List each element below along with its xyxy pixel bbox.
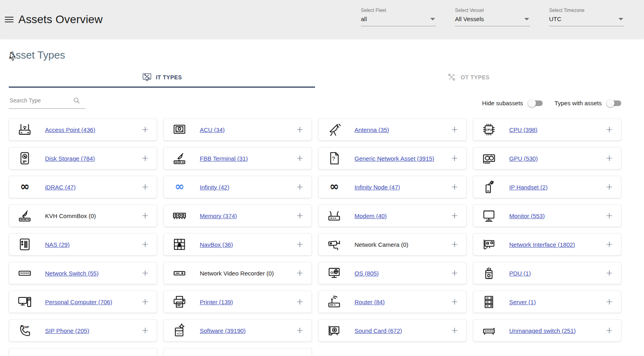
server-icon: [481, 294, 497, 309]
main-content: Asset Types IT TYPESOT TYPES Hide subass…: [0, 49, 644, 356]
add-asset-button[interactable]: [450, 211, 459, 220]
add-asset-button[interactable]: [605, 269, 614, 277]
add-asset-button[interactable]: [141, 154, 150, 163]
asset-type-link[interactable]: FBB Terminal (31): [200, 155, 248, 162]
add-asset-button[interactable]: [605, 183, 614, 191]
add-asset-button[interactable]: [450, 297, 459, 306]
toggle-knob: [528, 99, 536, 107]
add-asset-button[interactable]: [141, 240, 150, 249]
add-asset-button[interactable]: [605, 240, 614, 249]
add-asset-button[interactable]: [605, 154, 614, 163]
add-asset-button[interactable]: [295, 297, 304, 306]
asset-type-card-router: Router (84): [318, 291, 467, 313]
asset-type-link[interactable]: Personal Computer (706): [45, 299, 112, 305]
asset-type-link[interactable]: Router (84): [354, 299, 385, 305]
select-select-vessel[interactable]: Select VesselAll Vessels: [455, 7, 530, 26]
tab-it-types[interactable]: IT TYPES: [9, 68, 315, 88]
asset-type-link[interactable]: Software (39190): [200, 327, 246, 334]
toggle-group-container: Hide subassetsTypes with assets: [482, 100, 621, 109]
asset-type-card-monitor: Monitor (553): [473, 205, 621, 227]
add-asset-button[interactable]: [295, 240, 304, 249]
asset-type-card-modem: Modem (40): [318, 205, 467, 227]
add-asset-button[interactable]: [450, 154, 459, 163]
nas-icon: [16, 237, 33, 252]
asset-type-link[interactable]: GPU (530): [509, 155, 538, 162]
asset-type-link[interactable]: CPU (398): [509, 126, 538, 133]
add-asset-button[interactable]: [450, 125, 459, 134]
asset-type-card-fbb-terminal: FBB Terminal (31): [163, 147, 312, 169]
asset-type-link[interactable]: Unmanaged switch (251): [509, 327, 576, 334]
asset-type-link[interactable]: Printer (139): [200, 299, 233, 305]
add-asset-button[interactable]: [450, 326, 459, 335]
toggle-switch[interactable]: [529, 100, 543, 106]
plus-icon: [141, 297, 150, 306]
asset-type-link[interactable]: Monitor (553): [509, 212, 545, 219]
tab-ot-types[interactable]: OT TYPES: [315, 68, 621, 88]
hamburger-menu-icon[interactable]: [3, 15, 15, 24]
asset-type-card-printer: Printer (139): [163, 291, 312, 313]
add-asset-button[interactable]: [295, 183, 304, 191]
ip-handset-icon: [481, 179, 497, 195]
asset-type-link[interactable]: Infinity (42): [200, 184, 229, 191]
section-heading: Asset Types: [9, 49, 621, 61]
personal-computer-icon: [16, 294, 33, 309]
asset-type-link[interactable]: Network Switch (55): [45, 270, 98, 277]
toggle-label: Types with assets: [555, 100, 602, 106]
asset-type-link[interactable]: Generic Network Asset (3915): [354, 155, 434, 162]
select-select-fleet[interactable]: Select Fleetall: [361, 7, 436, 26]
search-field: [9, 94, 85, 109]
asset-type-link[interactable]: Server (1): [509, 299, 536, 305]
add-asset-button[interactable]: [605, 211, 614, 220]
asset-type-link[interactable]: iDRAC (47): [45, 184, 76, 191]
add-asset-button[interactable]: [450, 183, 459, 191]
add-asset-button[interactable]: [605, 326, 614, 335]
toggle-switch[interactable]: [608, 100, 621, 106]
add-asset-button[interactable]: [450, 240, 459, 249]
asset-type-link[interactable]: NAS (29): [45, 241, 70, 248]
select-value: all: [361, 16, 436, 22]
asset-type-link[interactable]: ACU (34): [200, 126, 225, 133]
add-asset-button[interactable]: [141, 326, 150, 335]
plus-icon: [141, 326, 150, 335]
toggle-hide-subassets: Hide subassets: [482, 100, 543, 106]
add-asset-button[interactable]: [141, 183, 150, 191]
asset-type-link[interactable]: OS (805): [354, 270, 379, 277]
add-asset-button[interactable]: [605, 297, 614, 306]
add-asset-button[interactable]: [605, 125, 614, 134]
asset-type-link[interactable]: Antenna (35): [354, 126, 389, 133]
asset-type-card-idrac: ∞iDRAC (47): [9, 176, 157, 198]
asset-type-link[interactable]: NavBox (36): [200, 241, 233, 248]
asset-type-link[interactable]: Access Point (436): [45, 126, 95, 133]
search-input[interactable]: [9, 97, 73, 104]
asset-type-link[interactable]: Sound Card (672): [354, 327, 402, 334]
asset-type-link[interactable]: Disk Storage (784): [45, 155, 95, 162]
asset-types-grid: Access Point (436)ACU (34)Antenna (35)CP…: [9, 118, 621, 356]
asset-type-link[interactable]: SIP Phone (205): [45, 327, 89, 334]
plus-icon: [141, 269, 150, 277]
plus-icon: [295, 211, 304, 220]
plus-icon: [141, 211, 150, 220]
asset-type-link[interactable]: Modem (40): [354, 212, 387, 219]
kvh-commbox-icon: [16, 208, 33, 223]
asset-type-link[interactable]: PDU (1): [509, 270, 531, 277]
add-asset-button[interactable]: [141, 297, 150, 306]
asset-type-card-network-camera: Network Camera (0): [318, 233, 467, 256]
add-asset-button[interactable]: [141, 211, 150, 220]
plus-icon: [295, 326, 304, 335]
infinity-node-icon: ∞: [326, 179, 343, 195]
add-asset-button[interactable]: [295, 326, 304, 335]
add-asset-button[interactable]: [450, 269, 459, 277]
asset-type-link[interactable]: Network Interface (1802): [509, 241, 575, 248]
select-select-timezone[interactable]: Select TimezoneUTC: [549, 7, 624, 26]
add-asset-button[interactable]: [295, 154, 304, 163]
asset-type-link[interactable]: Infinity Node (47): [354, 184, 400, 191]
add-asset-button[interactable]: [295, 269, 304, 277]
select-label: Select Vessel: [455, 8, 530, 13]
navbox-icon: [171, 237, 188, 252]
add-asset-button[interactable]: [141, 125, 150, 134]
add-asset-button[interactable]: [295, 125, 304, 134]
add-asset-button[interactable]: [141, 269, 150, 277]
asset-type-link[interactable]: IP Handset (2): [509, 184, 547, 191]
asset-type-link[interactable]: Memory (374): [200, 212, 237, 219]
add-asset-button[interactable]: [295, 211, 304, 220]
